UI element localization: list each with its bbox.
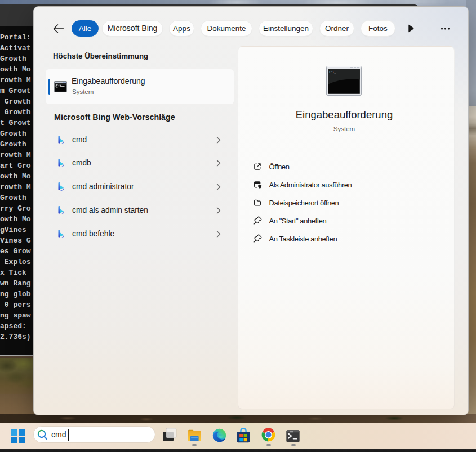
svg-text:C:\_: C:\_ — [329, 71, 336, 74]
